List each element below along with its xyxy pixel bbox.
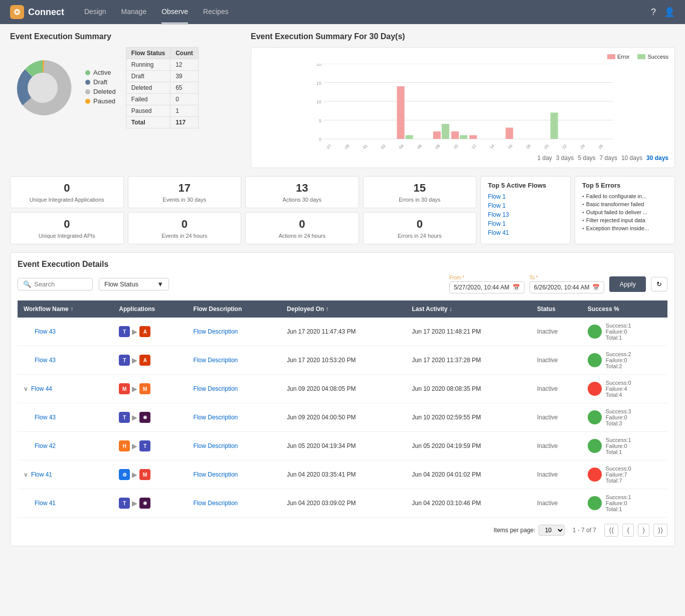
arrow-connector-icon: ▶	[132, 328, 137, 336]
items-per-page-label: Items per page:	[493, 527, 535, 534]
deployed-cell: Jun 17 2020 10:53:20 PM	[281, 346, 406, 375]
time-filter-5-days[interactable]: 5 days	[578, 155, 595, 162]
page-info: 1 - 7 of 7	[573, 527, 596, 534]
time-filter-7-days[interactable]: 7 days	[600, 155, 617, 162]
flow-desc-link[interactable]: Flow Description	[194, 414, 238, 421]
nav-recipes[interactable]: Recipes	[203, 1, 229, 24]
legend-label-deleted: Deleted	[93, 88, 116, 95]
x-axis-label: Jun-18	[520, 143, 532, 149]
deployed-cell: Jun 09 2020 04:08:05 PM	[281, 375, 406, 403]
metric-value: 0	[371, 218, 469, 231]
nav-observe[interactable]: Observe	[161, 1, 188, 24]
error-text: Failed to configurate in...	[586, 193, 646, 199]
prev-page-button[interactable]: ⟨	[622, 524, 634, 537]
bar-chart-svg: 05101520May-27May-29May-31Jun-02Jun-04Ju…	[257, 64, 668, 149]
col-activity: Last Activity ↓	[406, 300, 531, 318]
error-item: •Output failed to deliver ...	[582, 209, 667, 215]
status-badge: Inactive	[537, 414, 558, 421]
metrics-col: 0Unique Integrated Applications17Events …	[10, 176, 476, 244]
col-apps: Applications	[113, 300, 187, 318]
table-header-row: Workflow Name ↑ Applications Flow Descri…	[18, 300, 667, 318]
count-cell: 65	[170, 82, 199, 94]
help-icon[interactable]: ?	[651, 7, 656, 18]
calendar-icon-to[interactable]: 📅	[592, 284, 600, 291]
bar-success	[442, 124, 449, 139]
flow-name[interactable]: Flow 43	[35, 328, 56, 335]
flow-item[interactable]: Flow 1	[488, 193, 563, 200]
flow-desc-link[interactable]: Flow Description	[194, 442, 238, 449]
time-filter-30-days[interactable]: 30 days	[646, 155, 668, 162]
flow-name[interactable]: Flow 42	[35, 442, 56, 449]
flow-status-dropdown[interactable]: Flow Status ▼	[99, 278, 169, 290]
flow-name[interactable]: Flow 41	[31, 471, 52, 478]
app-icons: T▶A	[119, 326, 181, 337]
chart-legend: Error Success	[257, 54, 668, 60]
flow-item[interactable]: Flow 13	[488, 211, 563, 218]
last-page-button[interactable]: ⟩⟩	[653, 524, 667, 537]
success-circle	[588, 496, 602, 510]
flow-name[interactable]: Flow 43	[35, 414, 56, 421]
time-filter-10-days[interactable]: 10 days	[621, 155, 642, 162]
search-box[interactable]: 🔍	[18, 278, 93, 290]
expand-icon[interactable]: ∨	[24, 385, 28, 392]
success-info: Success:1 Failure:0 Total:1	[606, 323, 631, 341]
error-text: Output failed to deliver ...	[586, 209, 647, 215]
count-cell: 117	[170, 117, 199, 128]
nav-design[interactable]: Design	[84, 1, 106, 24]
metric-value: 0	[135, 218, 234, 231]
flow-item[interactable]: Flow 1	[488, 202, 563, 209]
from-date-input[interactable]: 5/27/2020, 10:44 AM 📅	[449, 281, 525, 293]
flow-desc-link[interactable]: Flow Description	[194, 500, 238, 507]
error-item: •Exception thrown inside...	[582, 225, 667, 231]
legend-dot-active	[85, 70, 90, 75]
table-row: Flow 42H▶TFlow DescriptionJun 05 2020 04…	[18, 432, 667, 460]
next-page-button[interactable]: ⟩	[638, 524, 649, 537]
flow-item[interactable]: Flow 1	[488, 220, 563, 227]
metric-label: Actions 30 days	[253, 197, 352, 203]
success-info: Success:2 Failure:0 Total:2	[606, 351, 631, 369]
flow-name[interactable]: Flow 41	[35, 500, 56, 507]
apps-cell: M▶M	[113, 375, 187, 403]
metric-value: 13	[253, 182, 352, 195]
time-filter-3-days[interactable]: 3 days	[556, 155, 574, 162]
x-axis-label: May-27	[319, 143, 332, 149]
metric-card-1: 17Events in 30 days	[128, 176, 242, 208]
x-axis-label: Jun-24	[574, 143, 586, 149]
sort-asc-icon: ↑	[70, 305, 73, 313]
time-filter-1-day[interactable]: 1 day	[537, 155, 552, 162]
apps-cell: ⚙▶M	[113, 460, 187, 489]
app-icons: T▶❋	[119, 498, 181, 509]
pagination: Items per page: 10 25 50 1 - 7 of 7 ⟨⟨ ⟨…	[18, 518, 667, 539]
flow-desc-link[interactable]: Flow Description	[194, 328, 238, 335]
flow-name[interactable]: Flow 44	[31, 385, 52, 392]
last-activity-cell: Jun 04 2020 03:10:46 PM	[406, 489, 531, 518]
search-input[interactable]	[34, 280, 87, 288]
flow-item[interactable]: Flow 41	[488, 229, 563, 236]
flow-desc-link[interactable]: Flow Description	[194, 471, 238, 478]
success-display: Success:3 Failure:0 Total:3	[588, 408, 661, 426]
first-page-button[interactable]: ⟨⟨	[604, 524, 618, 537]
col-deployed: Deployed On ↑	[281, 300, 406, 318]
apply-button[interactable]: Apply	[609, 276, 646, 292]
status-cell: Inactive	[531, 432, 582, 460]
page-size-select[interactable]: 10 25 50	[539, 525, 565, 536]
right-chart: Event Execution Summary For 30 Day(s) Er…	[251, 32, 675, 168]
table-row: Flow 41T▶❋Flow DescriptionJun 04 2020 03…	[18, 489, 667, 518]
nav-manage[interactable]: Manage	[121, 1, 147, 24]
status-cell: Deleted	[126, 82, 170, 94]
flow-desc-link[interactable]: Flow Description	[194, 357, 238, 364]
arrow-connector-icon: ▶	[132, 356, 137, 364]
deployed-cell: Jun 04 2020 03:35:41 PM	[281, 460, 406, 489]
to-date-input[interactable]: 6/26/2020, 10:44 AM 📅	[530, 281, 605, 293]
app-icon-workato: ⚙	[119, 469, 130, 480]
expand-icon[interactable]: ∨	[24, 471, 28, 478]
user-icon[interactable]: 👤	[664, 7, 675, 18]
status-table-row: Running12	[126, 59, 198, 71]
calendar-icon-from[interactable]: 📅	[512, 284, 520, 291]
refresh-button[interactable]: ↻	[651, 277, 667, 291]
app-icon-magento: M	[139, 383, 150, 394]
flow-name[interactable]: Flow 43	[35, 357, 56, 364]
success-circle	[588, 439, 602, 453]
flow-desc-link[interactable]: Flow Description	[194, 385, 238, 392]
flow-desc-cell: Flow Description	[188, 432, 281, 460]
